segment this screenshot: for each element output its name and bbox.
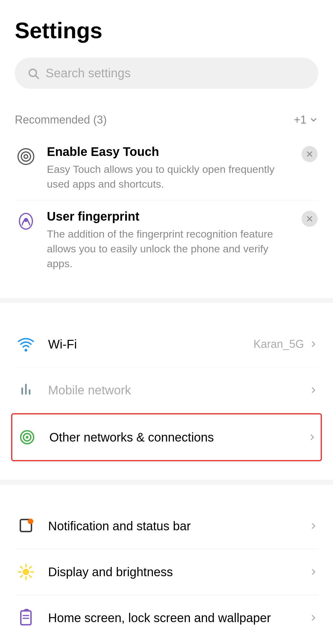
settings-item-home-screen[interactable]: Home screen, lock screen and wallpaper <box>15 595 318 641</box>
svg-line-25 <box>21 567 22 568</box>
display-text: Display and brightness <box>48 565 298 579</box>
other-networks-title: Other networks & connections <box>49 430 297 445</box>
notification-right <box>309 521 318 531</box>
section-divider-1 <box>0 298 333 303</box>
recommended-section: Recommended (3) +1 Enable Easy Touch Eas… <box>15 107 318 279</box>
settings-section: Wi-Fi Karan_5G Mobile network <box>15 321 318 641</box>
mobile-network-icon <box>15 379 37 401</box>
home-screen-text: Home screen, lock screen and wallpaper <box>48 610 298 625</box>
notification-title: Notification and status bar <box>48 519 298 533</box>
chevron-down-icon <box>309 115 318 124</box>
recommended-count: +1 <box>294 113 306 126</box>
recommended-header: Recommended (3) +1 <box>15 107 318 132</box>
wifi-title: Wi-Fi <box>48 337 242 352</box>
fingerprint-icon <box>15 210 37 232</box>
svg-point-19 <box>28 519 33 524</box>
mobile-network-title: Mobile network <box>48 383 298 397</box>
fingerprint-subtitle: The addition of the fingerprint recognit… <box>47 227 291 271</box>
home-screen-icon <box>15 607 37 629</box>
other-networks-right <box>308 433 317 442</box>
display-right <box>309 567 318 577</box>
other-networks-text: Other networks & connections <box>49 430 297 445</box>
settings-item-wifi[interactable]: Wi-Fi Karan_5G <box>15 321 318 367</box>
settings-item-mobile-network[interactable]: Mobile network <box>15 367 318 413</box>
chevron-right-icon <box>309 613 318 622</box>
recommended-item-easy-touch[interactable]: Enable Easy Touch Easy Touch allows you … <box>15 136 318 200</box>
svg-point-2 <box>18 149 34 165</box>
chevron-right-icon <box>309 385 318 395</box>
mobile-network-right <box>309 385 318 395</box>
easy-touch-icon <box>15 145 37 168</box>
easy-touch-title: Enable Easy Touch <box>47 144 291 159</box>
mobile-network-text: Mobile network <box>48 383 298 397</box>
svg-point-20 <box>23 569 29 575</box>
wifi-value: Karan_5G <box>253 338 304 351</box>
other-networks-icon <box>16 426 38 448</box>
svg-point-8 <box>25 220 27 222</box>
notification-icon <box>15 515 37 537</box>
svg-line-28 <box>21 576 22 577</box>
recommended-action[interactable]: +1 <box>294 113 318 126</box>
fingerprint-dismiss[interactable] <box>301 210 318 227</box>
chevron-right-icon <box>309 340 318 349</box>
svg-line-26 <box>30 576 31 577</box>
wifi-icon <box>15 333 37 355</box>
svg-line-27 <box>30 567 31 568</box>
fingerprint-title: User fingerprint <box>47 209 291 224</box>
home-screen-title: Home screen, lock screen and wallpaper <box>48 610 298 625</box>
search-icon <box>27 67 39 79</box>
wifi-text: Wi-Fi <box>48 337 242 352</box>
search-bar[interactable] <box>15 58 318 89</box>
wifi-right: Karan_5G <box>253 338 318 351</box>
recommended-label: Recommended (3) <box>15 113 107 126</box>
chevron-right-icon <box>309 521 318 531</box>
easy-touch-dismiss[interactable] <box>301 145 318 163</box>
chevron-right-icon <box>309 567 318 577</box>
svg-point-17 <box>26 436 29 439</box>
section-divider-2 <box>0 480 333 485</box>
fingerprint-content: User fingerprint The addition of the fin… <box>47 209 291 271</box>
display-title: Display and brightness <box>48 565 298 579</box>
notification-text: Notification and status bar <box>48 519 298 533</box>
settings-item-display[interactable]: Display and brightness <box>15 549 318 595</box>
recommended-item-fingerprint[interactable]: User fingerprint The addition of the fin… <box>15 200 318 279</box>
easy-touch-subtitle: Easy Touch allows you to quickly open fr… <box>47 162 291 191</box>
svg-line-1 <box>36 75 39 78</box>
svg-point-4 <box>24 155 28 158</box>
chevron-right-icon <box>308 433 317 442</box>
settings-item-other-networks[interactable]: Other networks & connections <box>16 414 317 460</box>
svg-point-3 <box>21 152 31 161</box>
svg-point-11 <box>25 349 27 352</box>
easy-touch-content: Enable Easy Touch Easy Touch allows you … <box>47 144 291 191</box>
display-icon <box>15 561 37 583</box>
home-screen-right <box>309 613 318 622</box>
highlighted-border: Other networks & connections <box>11 413 322 461</box>
search-input[interactable] <box>46 66 306 80</box>
page-title: Settings <box>15 18 318 43</box>
settings-item-notification[interactable]: Notification and status bar <box>15 503 318 549</box>
